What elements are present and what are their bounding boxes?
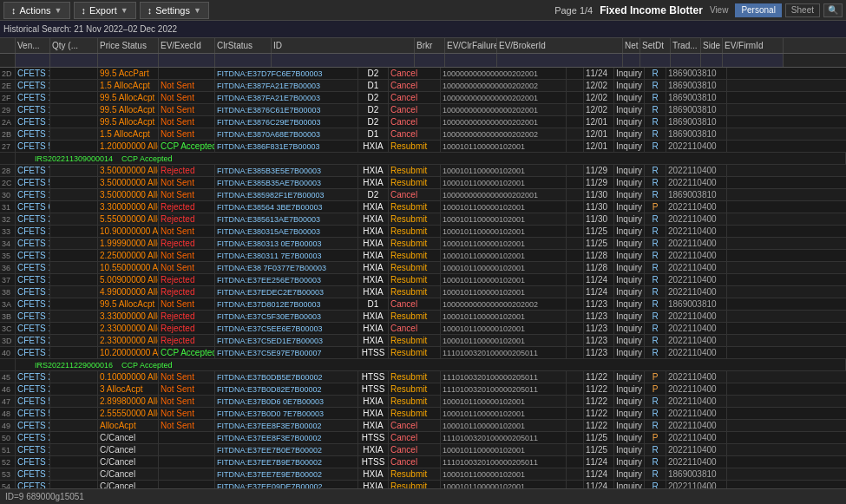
col-ev-brokerid[interactable]: EV/BrokerId [497,38,623,53]
table-row[interactable]: 32 CFETS 20,000 5.55000000 AllocAcpt Rej… [0,213,846,226]
cell-side: R [645,213,666,225]
table-row[interactable]: 54 CFETS 10,000 C/Cancel FITDNA:E37EE09D… [0,481,846,488]
view-label: View [710,5,729,15]
personal-view-button[interactable]: Personal [735,3,781,17]
table-row[interactable]: 46 CFETS 20,000 3 AllocAcpt Not Sent FIT… [0,383,846,396]
export-button[interactable]: ↕ Export ▼ [74,2,136,19]
table-row[interactable]: 28 CFETS 70,000 3.50000000 AllocAcpt Rej… [0,165,846,177]
col-net[interactable]: Net [623,38,640,53]
cell-net [567,238,584,249]
table-row[interactable]: 2A CFETS 1,000 99.5 AllocAcpt Not Sent F… [0,116,846,128]
status-text: ID=9 689000g15051 [5,492,84,501]
col-id[interactable]: ID [272,38,415,53]
search-icon-button[interactable]: 🔍 [823,3,843,17]
filter-evfail[interactable] [445,54,497,67]
cell-qty [50,213,98,225]
table-row[interactable]: 2D CFETS 10,000 99.5 AccPart FITDNA:E37D… [0,68,846,80]
cell-net [567,128,584,140]
col-clrstatus[interactable]: ClrStatus [215,38,272,53]
filter-side[interactable] [701,54,723,67]
cell-qty [50,104,98,115]
filter-ven[interactable] [16,54,50,67]
table-row[interactable]: 2B CFETS 10,000 1.5 AllocAcpt Not Sent F… [0,128,846,141]
table-row[interactable]: 3A CFETS 20,000 99.5 AllocAcpt Not Sent … [0,298,846,311]
cell-qty [50,116,98,128]
table-row[interactable]: 27 CFETS 500,000 1.20000000 AllocAcpt CC… [0,141,846,153]
settings-button[interactable]: ↕ Settings ▼ [140,2,209,19]
cell-venue: CFETS 10,000 [16,128,50,140]
col-venue[interactable]: Ven... [16,38,50,53]
table-row[interactable]: 40 CFETS 10,000 10.20000000 AllocAcpt CC… [0,347,846,359]
cell-venue: CFETS 10,000 [16,226,50,237]
filter-brkid[interactable] [497,54,623,67]
table-row[interactable]: 2E CFETS 1,000 1.5 AllocAcpt Not Sent FI… [0,80,846,92]
table-row[interactable]: 45 CFETS 20,000 0.10000000 AllocAcpt Not… [0,371,846,383]
cell-venue: CFETS 20,000 [16,432,50,443]
table-row[interactable]: 51 CFETS 10,000 C/Cancel FITDNA:E37EE7B0… [0,444,846,456]
table-row[interactable]: 2C CFETS 50,000 3.50000000 AllocAcpt Not… [0,177,846,189]
table-row[interactable]: 47 CFETS 50,000 2.89980000 AllocAcpt Not… [0,396,846,408]
table-row[interactable]: 35 CFETS 10,000 2.25000000 AllocAcpt Not… [0,250,846,262]
cell-firm: 2022110400 [666,286,727,298]
table-row[interactable]: 3C CFETS 10,000 2.33000000 AllocAcpt Rej… [0,323,846,335]
cell-rn: 31 [0,201,16,213]
cell-firm: 1869003810 [666,189,727,200]
filter-rn[interactable] [0,54,16,67]
cell-rn: 50 [0,432,16,443]
filter-qty[interactable] [50,54,98,67]
col-price[interactable]: Price Status [98,38,159,53]
table-row[interactable]: 52 CFETS 10,000 C/Cancel FITDNA:E37EE7B9… [0,456,846,468]
table-row[interactable]: 31 CFETS 60,000 3.30000000 AllocAcpt Rej… [0,201,846,213]
col-brkr[interactable]: Brkr [415,38,445,53]
actions-button[interactable]: ↕ Actions ▼ [3,2,70,19]
table-row[interactable]: 36 CFETS 10,000 10.55000000 AllocAcpt No… [0,262,846,274]
cell-rn: 36 [0,262,16,273]
table-row[interactable]: 29 CFETS 1,000 99.5 AllocAcpt Not Sent F… [0,104,846,116]
cell-brkid: 1000000000000000202001 [441,92,567,103]
cell-firm: 2022110400 [666,347,727,358]
table-row[interactable]: 3D CFETS 20,000 2.33000000 AllocAcpt Rej… [0,335,846,347]
cell-brkid: 1110100320100000205011 [441,432,567,443]
filter-firm[interactable] [723,54,784,67]
col-setdt[interactable]: SetDt [640,38,671,53]
filter-id[interactable] [272,54,415,67]
col-ev-firmid[interactable]: EV/FirmId [723,38,784,53]
actions-icon: ↕ [11,5,16,16]
cell-qty [50,311,98,322]
filter-set[interactable] [640,54,671,67]
cell-id: FITDNA:E38564 3BE7B00003 [215,201,358,213]
col-trad[interactable]: Trad... [671,38,701,53]
cell-venue: CFETS 10,000 [16,456,50,468]
table-row[interactable]: 50 CFETS 20,000 C/Cancel FITDNA:E37EE8F3… [0,432,846,444]
col-side[interactable]: Side [701,38,723,53]
table-row[interactable]: 34 CFETS 10,000 1.99990000 AllocAcpt Rej… [0,238,846,250]
table-row[interactable]: 30 CFETS 10,000 3.50000000 AllocAcpt Not… [0,189,846,201]
table-row[interactable]: 48 CFETS 50,000 2.55550000 AllocAcpt Not… [0,408,846,420]
table-row[interactable]: 38 CFETS 10,000 4.99000000 AllocAcpt Rej… [0,286,846,298]
table-row[interactable]: 2F CFETS 1,000 99.5 AllocAcpt Not Sent F… [0,92,846,104]
filter-trd[interactable] [671,54,701,67]
cell-side: R [645,141,666,152]
table-row[interactable]: 53 CFETS 10,000 C/Cancel FITDNA:E37EE7E9… [0,468,846,481]
filter-ev[interactable] [159,54,215,67]
cell-side: R [645,189,666,200]
filter-brk[interactable] [415,54,445,67]
cell-brkid: 1110100320100000205011 [441,456,567,468]
filter-net[interactable] [623,54,640,67]
cell-side: R [645,420,666,431]
col-ev-clrfailure[interactable]: EV/ClrFailureIn... [445,38,497,53]
sheet-view-button[interactable]: Sheet [785,3,820,17]
table-row[interactable]: 3B CFETS 10,000 3.33000000 AllocAcpt Rej… [0,311,846,323]
cell-price-status: 10.55000000 AllocAcpt [98,262,159,273]
table-row[interactable]: 33 CFETS 10,000 10.90000000 AllocAcpt No… [0,226,846,238]
table-row[interactable]: 37 CFETS 10,000 5.00900000 AllocAcpt Rej… [0,274,846,286]
col-qty[interactable]: Qty (... [50,38,98,53]
cell-setdt: 11/25 [584,444,614,455]
cell-clrstatus: Not Sent [159,104,215,115]
cell-clrstatus: Not Sent [159,177,215,188]
search-label: Historical Search: 21 Nov 2022–02 Dec 20… [3,24,177,34]
table-row[interactable]: 49 CFETS 20,000 AllocAcpt Not Sent FITDN… [0,420,846,432]
filter-price[interactable] [98,54,159,67]
filter-clr[interactable] [215,54,272,67]
col-ev-execid[interactable]: EV/ExecId [159,38,215,53]
